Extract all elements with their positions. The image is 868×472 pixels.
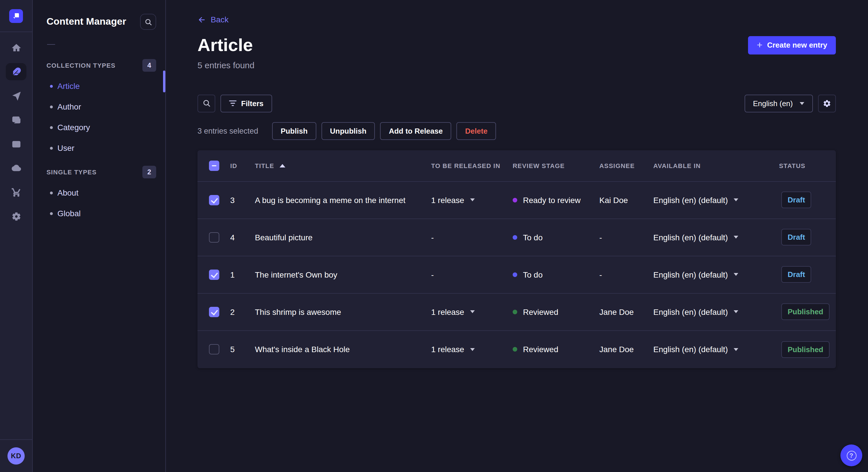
subnav-search-button[interactable]: [140, 14, 156, 30]
images-icon: [11, 115, 21, 125]
column-header-assignee[interactable]: ASSIGNEE: [599, 162, 653, 169]
arrow-left-icon: [197, 15, 206, 24]
nav-releases[interactable]: [6, 87, 26, 104]
cell-review-stage: To do: [513, 233, 599, 242]
plus-icon: +: [757, 40, 763, 50]
cell-assignee: Kai Doe: [599, 195, 653, 204]
cell-assignee: Jane Doe: [599, 345, 653, 354]
cell-status: Draft: [779, 266, 836, 283]
search-button[interactable]: [197, 94, 215, 112]
unpublish-button[interactable]: Unpublish: [321, 122, 375, 140]
cell-available-in: English (en) (default): [653, 233, 779, 242]
sidebar-item-category[interactable]: Category: [33, 117, 165, 138]
select-all-checkbox[interactable]: [209, 160, 219, 171]
nav-content-manager[interactable]: [6, 63, 26, 80]
release-caret[interactable]: [470, 310, 474, 313]
create-new-entry-button[interactable]: + Create new entry: [748, 36, 836, 54]
workplace-logo-cell[interactable]: [0, 0, 32, 32]
nav-marketplace[interactable]: [6, 183, 26, 201]
locale-caret[interactable]: [734, 236, 738, 239]
stage-dot: [513, 235, 517, 239]
table-row[interactable]: 3 A bug is becoming a meme on the intern…: [197, 181, 836, 219]
cell-review-stage: Ready to review: [513, 195, 599, 204]
column-header-release[interactable]: TO BE RELEASED IN: [431, 162, 513, 169]
cell-available-in: English (en) (default): [653, 270, 779, 279]
subnav-title: Content Manager: [46, 16, 126, 28]
column-header-status[interactable]: STATUS: [779, 162, 836, 169]
status-badge: Draft: [781, 192, 811, 208]
row-checkbox[interactable]: [209, 269, 219, 279]
filters-button[interactable]: Filters: [220, 94, 272, 112]
release-caret[interactable]: [470, 348, 474, 351]
locale-caret[interactable]: [734, 348, 738, 351]
sidebar-item-global[interactable]: Global: [33, 203, 165, 224]
table-row[interactable]: 2 This shrimp is awesome 1 release Revie…: [197, 293, 836, 331]
chevron-down-icon: [800, 102, 804, 105]
cell-release: -: [431, 270, 513, 279]
column-header-id[interactable]: ID: [230, 162, 255, 169]
row-checkbox[interactable]: [209, 344, 219, 355]
stage-dot: [513, 347, 517, 351]
nav-deploy[interactable]: [6, 160, 26, 177]
cell-available-in: English (en) (default): [653, 195, 779, 204]
stage-dot: [513, 309, 517, 314]
cart-icon: [11, 187, 21, 197]
status-badge: Draft: [781, 266, 811, 283]
cell-title: What's inside a Black Hole: [255, 345, 431, 354]
nav-home[interactable]: [6, 39, 26, 56]
sidebar-item-article[interactable]: Article: [33, 76, 165, 96]
nav-settings[interactable]: [6, 208, 26, 225]
table-row[interactable]: 4 Beautiful picture - To do - English (e…: [197, 219, 836, 256]
gear-icon: [11, 211, 21, 221]
toolbar: Filters English (en): [197, 94, 836, 112]
cell-id: 4: [230, 233, 255, 242]
selection-summary: 3 entries selected: [197, 127, 258, 135]
help-button[interactable]: ?: [840, 444, 862, 466]
back-link[interactable]: Back: [197, 15, 228, 24]
cell-title: This shrimp is awesome: [255, 307, 431, 316]
filter-icon: [229, 100, 237, 107]
cell-status: Draft: [779, 229, 836, 245]
status-badge: Published: [781, 341, 830, 358]
locale-select[interactable]: English (en): [744, 94, 813, 112]
cell-assignee: -: [599, 233, 653, 242]
row-checkbox[interactable]: [209, 307, 219, 317]
column-header-title[interactable]: TITLE: [255, 162, 431, 169]
bulk-actions-row: 3 entries selected Publish Unpublish Add…: [197, 122, 836, 140]
cell-status: Published: [779, 303, 836, 320]
release-caret[interactable]: [470, 198, 474, 201]
single-types-count: 2: [143, 166, 156, 178]
sidebar-item-user[interactable]: User: [33, 138, 165, 158]
add-to-release-button[interactable]: Add to Release: [380, 122, 452, 140]
home-icon: [11, 43, 21, 53]
strapi-logo-icon: [9, 9, 23, 23]
user-avatar[interactable]: KD: [7, 447, 25, 465]
publish-button[interactable]: Publish: [272, 122, 316, 140]
table-header-row: ID TITLE TO BE RELEASED IN REVIEW STAGE …: [197, 150, 836, 181]
cell-release: 1 release: [431, 307, 513, 316]
row-checkbox[interactable]: [209, 195, 219, 205]
delete-button[interactable]: Delete: [456, 122, 496, 140]
table-row[interactable]: 5 What's inside a Black Hole 1 release R…: [197, 331, 836, 368]
single-types-list: About Global: [33, 182, 165, 224]
status-badge: Published: [781, 303, 830, 320]
section-collection-types: COLLECTION TYPES 4: [33, 59, 165, 72]
bullet-icon: [50, 85, 53, 88]
sidebar-item-author[interactable]: Author: [33, 96, 165, 117]
column-header-available-in[interactable]: AVAILABLE IN: [653, 162, 779, 169]
locale-caret[interactable]: [734, 198, 738, 201]
table-row[interactable]: 1 The internet's Own boy - To do - Engli…: [197, 256, 836, 293]
page-title: Article: [197, 35, 253, 55]
bullet-icon: [50, 126, 53, 129]
bullet-icon: [50, 105, 53, 108]
nav-media-library[interactable]: [6, 111, 26, 129]
nav-content-type-builder[interactable]: [6, 135, 26, 153]
locale-caret[interactable]: [734, 273, 738, 276]
column-header-review-stage[interactable]: REVIEW STAGE: [513, 162, 599, 169]
bullet-icon: [50, 146, 53, 149]
view-settings-button[interactable]: [818, 94, 836, 112]
row-checkbox[interactable]: [209, 232, 219, 242]
locale-caret[interactable]: [734, 310, 738, 313]
sidebar-item-about[interactable]: About: [33, 182, 165, 203]
user-cell: KD: [0, 439, 32, 472]
